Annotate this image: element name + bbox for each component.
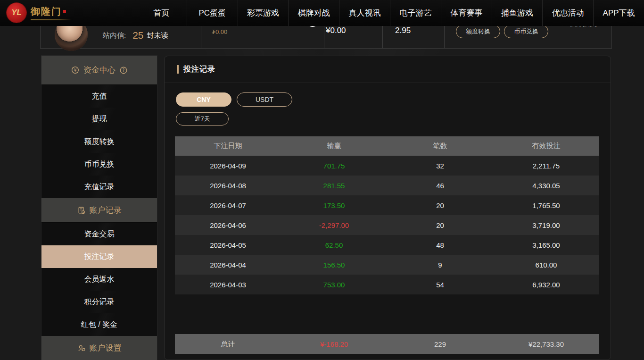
valid-bet-cell: 4,330.05 — [493, 182, 599, 190]
sidebar-item-币币兑换[interactable]: 币币兑换 — [41, 153, 157, 176]
win-loss-cell: 281.55 — [281, 182, 387, 190]
svg-text:¥: ¥ — [74, 68, 77, 73]
bet-count-cell: 32 — [387, 162, 493, 170]
win-loss-cell: 62.50 — [281, 241, 387, 249]
sidebar-item-额度转换[interactable]: 额度转换 — [41, 130, 157, 153]
column-header: 有效投注 — [493, 142, 599, 151]
table-row: 2026-04-0562.50483,165.00 — [175, 235, 599, 255]
table-total-row: 总计¥-168.20229¥22,733.30 — [175, 334, 599, 354]
title-accent-bar — [177, 65, 179, 74]
valid-bet-cell: 2,211.75 — [493, 162, 599, 170]
nav-item-电子游艺[interactable]: 电子游艺 — [390, 0, 441, 26]
win-loss-cell: 156.50 — [281, 261, 387, 269]
total-label-cell: 总计 — [175, 340, 281, 349]
valid-bet-cell: 3,165.00 — [493, 241, 599, 249]
sidebar-item-投注记录[interactable]: 投注记录 — [41, 245, 157, 268]
bet-count-cell: 20 — [387, 221, 493, 229]
sidebar-item-会员返水[interactable]: 会员返水 — [41, 268, 157, 291]
valid-bet-cell: 3,719.00 — [493, 221, 599, 229]
bet-records-table: 下注日期输赢笔数有效投注2026-04-09701.75322,211.7520… — [175, 136, 599, 354]
sidebar-item-红包 / 奖金[interactable]: 红包 / 奖金 — [41, 313, 157, 336]
sidebar-section-账户设置[interactable]: 账户设置 — [41, 336, 157, 360]
nav-item-首页[interactable]: 首页 — [136, 0, 187, 26]
svg-text:¥: ¥ — [83, 210, 84, 213]
bet-count-cell: 20 — [387, 201, 493, 209]
bet-count-cell: 46 — [387, 182, 493, 190]
range-filter-button[interactable]: 近7天 — [176, 112, 229, 126]
logo-subtitle — [31, 19, 71, 20]
total-win-loss-cell: ¥-168.20 — [281, 340, 387, 348]
nav-item-捕鱼游戏[interactable]: 捕鱼游戏 — [492, 0, 543, 26]
column-header: 下注日期 — [175, 142, 281, 151]
brand-red-square — [63, 10, 66, 13]
nav-item-真人视讯[interactable]: 真人视讯 — [339, 0, 390, 26]
sidebar: ¥ 资金中心 ? 充值 提现 额度转换 币币兑换 充值记录 ¥ 账户记录 资金交… — [41, 56, 157, 360]
win-loss-cell: 753.00 — [281, 281, 387, 289]
table-row: 2026-04-06-2,297.00203,719.00 — [175, 215, 599, 235]
valid-bet-cell: 1,765.50 — [493, 201, 599, 209]
sidebar-item-积分记录[interactable]: 积分记录 — [41, 291, 157, 313]
ledger-icon: ¥ — [77, 206, 86, 215]
table-row: 2026-04-08281.55464,330.05 — [175, 176, 599, 195]
sidebar-section-账户记录[interactable]: ¥ 账户记录 — [41, 198, 157, 223]
bet-date-cell: 2026-04-08 — [175, 182, 281, 190]
user-bar-button-额度转换[interactable]: 额度转换 — [456, 25, 500, 38]
bet-date-cell: 2026-04-07 — [175, 201, 281, 209]
total-count-cell: 229 — [387, 340, 493, 348]
inbox-unread-count: 25 — [132, 30, 143, 41]
cny-balance: ¥0.00 — [326, 26, 346, 35]
nav-item-棋牌对战[interactable]: 棋牌对战 — [288, 0, 339, 26]
sidebar-section-资金中心[interactable]: ¥ 资金中心 ? — [41, 56, 157, 85]
user-bar-button-币币兑换[interactable]: 币币兑换 — [504, 25, 548, 38]
nav-item-体育赛事[interactable]: 体育赛事 — [441, 0, 492, 26]
table-row: 2026-04-07173.50201,765.50 — [175, 195, 599, 215]
table-row: 2026-04-04156.509610.00 — [175, 255, 599, 275]
currency-tabs: CNY USDT — [175, 92, 599, 107]
bet-date-cell: 2026-04-06 — [175, 221, 281, 229]
bet-count-cell: 9 — [387, 261, 493, 269]
user-icon — [77, 344, 86, 352]
coin-exchange-icon: ¥ — [71, 66, 80, 75]
valid-bet-cell: 610.00 — [493, 261, 599, 269]
top-nav-bar: YL 御隆门 首页 PC蛋蛋 彩票游戏 棋牌对战 真人视讯 电子游艺 体育赛事 … — [0, 0, 644, 26]
total-valid-bet-cell: ¥22,733.30 — [493, 340, 599, 348]
main-panel: 投注记录 CNY USDT 近7天 下注日期输赢笔数有效投注2026-04-09… — [164, 56, 611, 360]
usdt-balance: ₮0.00 — [212, 28, 227, 35]
win-loss-cell: 701.75 — [281, 162, 387, 170]
bet-date-cell: 2026-04-03 — [175, 281, 281, 289]
table-header-row: 下注日期输赢笔数有效投注 — [175, 136, 599, 156]
bet-count-cell: 54 — [387, 281, 493, 289]
inbox-suffix: 封未读 — [147, 31, 168, 40]
valid-bet-cell: 6,932.00 — [493, 281, 599, 289]
sidebar-item-资金交易[interactable]: 资金交易 — [41, 223, 157, 245]
brand-logo-icon: YL — [7, 3, 26, 23]
brand-name: 御隆门 — [31, 5, 62, 18]
nav-item-PC蛋蛋[interactable]: PC蛋蛋 — [187, 0, 238, 26]
page-title: 投注记录 — [183, 65, 215, 75]
sidebar-item-充值记录[interactable]: 充值记录 — [41, 176, 157, 198]
column-header: 笔数 — [387, 142, 493, 151]
bet-count-cell: 48 — [387, 241, 493, 249]
svg-text:?: ? — [123, 68, 125, 73]
bet-date-cell: 2026-04-05 — [175, 241, 281, 249]
sidebar-item-充值[interactable]: 充值 — [41, 85, 157, 108]
sidebar-item-提现[interactable]: 提现 — [41, 108, 157, 130]
brand-logo[interactable]: YL 御隆门 — [7, 3, 71, 23]
nav-item-优惠活动[interactable]: 优惠活动 — [542, 0, 593, 26]
nav-item-APP下载[interactable]: APP下载 — [593, 0, 644, 26]
main-nav: 首页 PC蛋蛋 彩票游戏 棋牌对战 真人视讯 电子游艺 体育赛事 捕鱼游戏 优惠… — [136, 0, 644, 26]
table-row: 2026-04-03753.00546,932.00 — [175, 275, 599, 294]
column-header: 输赢 — [281, 142, 387, 151]
bet-date-cell: 2026-04-04 — [175, 261, 281, 269]
win-loss-cell: -2,297.00 — [281, 221, 387, 229]
currency-tab-USDT[interactable]: USDT — [237, 92, 292, 107]
bet-date-cell: 2026-04-09 — [175, 162, 281, 170]
table-row: 2026-04-09701.75322,211.75 — [175, 156, 599, 176]
help-icon[interactable]: ? — [119, 66, 128, 75]
inbox-label: 站内信: — [103, 31, 126, 40]
win-loss-cell: 173.50 — [281, 201, 387, 209]
currency-tab-CNY[interactable]: CNY — [176, 92, 231, 107]
nav-item-彩票游戏[interactable]: 彩票游戏 — [238, 0, 289, 26]
points-value: 2.95 — [395, 26, 411, 35]
